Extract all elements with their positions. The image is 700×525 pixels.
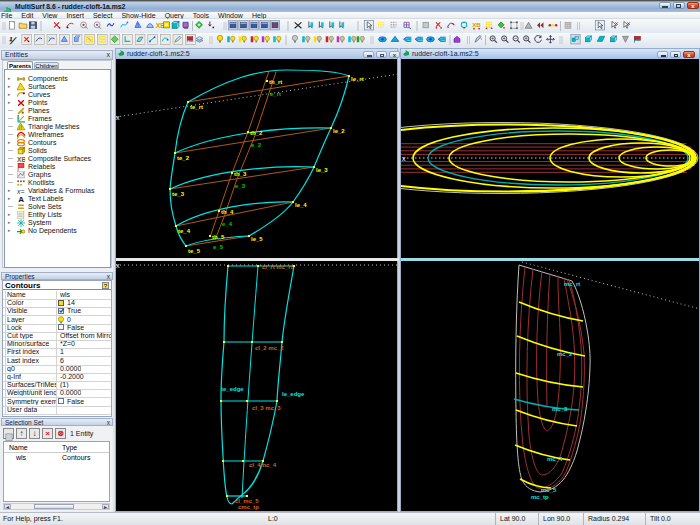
- svg-text:th_4: th_4: [221, 209, 234, 215]
- svg-text:te_rt: te_rt: [190, 104, 203, 110]
- svg-text:e_3: e_3: [235, 183, 246, 189]
- svg-text:le_edge: le_edge: [282, 391, 305, 397]
- svg-text:e_rt: e_rt: [270, 91, 281, 97]
- svg-text:cmc_tp: cmc_tp: [238, 504, 259, 510]
- svg-text:le_3: le_3: [316, 167, 328, 173]
- svg-text:mc_tp: mc_tp: [531, 494, 549, 500]
- svg-text:te_4: te_4: [178, 228, 191, 234]
- svg-text:x: x: [116, 262, 120, 269]
- svg-text:mc_5: mc_5: [541, 487, 557, 493]
- svg-text:th_5: th_5: [212, 234, 225, 240]
- svg-text:te_3: te_3: [172, 191, 185, 197]
- svg-text:e_4: e_4: [222, 221, 233, 227]
- svg-text:⅟: ⅟: [8, 36, 17, 46]
- svg-text:e_5: e_5: [213, 244, 224, 250]
- svg-text:te_edge: te_edge: [221, 386, 244, 392]
- svg-text:x: x: [116, 114, 120, 121]
- svg-text:le_5: le_5: [251, 236, 263, 242]
- svg-text:le_4: le_4: [295, 202, 307, 208]
- svg-text:A: A: [18, 195, 24, 203]
- svg-text:cl_rt mc_rt: cl_rt mc_rt: [262, 264, 293, 270]
- svg-text:mc_rt: mc_rt: [564, 281, 580, 287]
- svg-text:th_rt: th_rt: [269, 79, 282, 85]
- svg-text:te_5: te_5: [188, 248, 201, 254]
- svg-text:XB: XB: [472, 22, 481, 28]
- svg-text:cl_2 mc_2: cl_2 mc_2: [255, 345, 284, 351]
- svg-text:le_rt: le_rt: [351, 76, 364, 82]
- svg-text:cl_4mc_4: cl_4mc_4: [249, 462, 277, 468]
- svg-text:x: x: [402, 155, 406, 162]
- svg-text:le_2: le_2: [333, 128, 345, 134]
- svg-text:XB: XB: [17, 156, 25, 163]
- svg-text:cl_3 mc_3: cl_3 mc_3: [252, 405, 281, 411]
- svg-text:mc_4: mc_4: [547, 456, 563, 462]
- svg-text:e_2: e_2: [251, 142, 262, 148]
- svg-text:mc_3: mc_3: [552, 406, 568, 412]
- svg-text:mc_2: mc_2: [557, 351, 573, 357]
- svg-text:th_3: th_3: [234, 171, 247, 177]
- svg-text:x=: x=: [17, 188, 24, 195]
- svg-text:th_2: th_2: [250, 130, 263, 136]
- svg-text:te_2: te_2: [177, 155, 190, 161]
